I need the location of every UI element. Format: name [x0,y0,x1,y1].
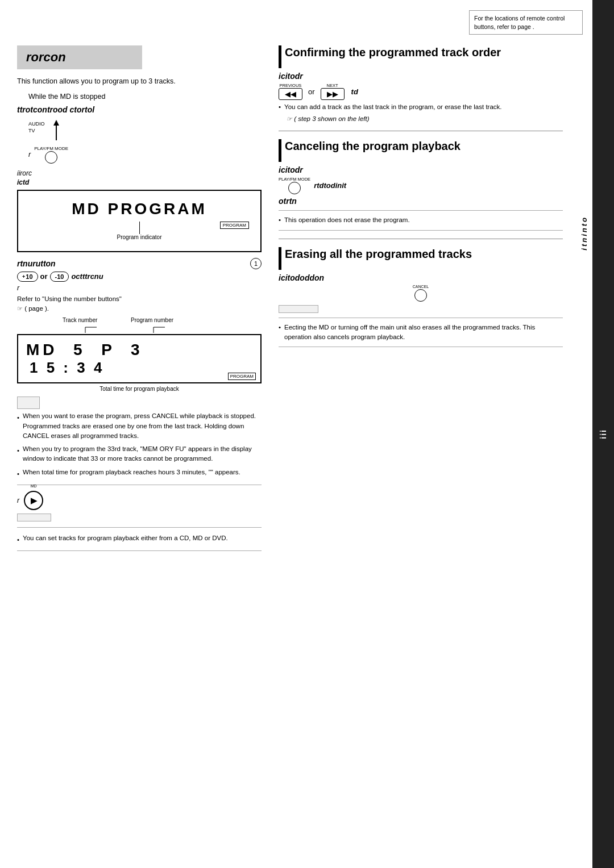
confirm-section-header: Confirming the programmed track order [279,45,563,68]
md-row2: 1 5 : 3 4 [26,359,252,377]
erase-note-box: • Eecting the MD or turning off the main… [279,318,563,348]
up-arrow-icon [51,119,62,141]
step-r-label: r [28,151,31,158]
bullet-dot-3: • [17,469,19,479]
confirm-step-heading: icitodr [279,72,563,81]
previous-label: PREVIOUS [280,83,302,88]
previous-btn-group: PREVIOUS ◀◀ [279,83,302,100]
left-column: rorcon This function allows you to progr… [17,45,262,557]
next-button[interactable]: ▶▶ [321,88,345,100]
indicator-line [139,222,140,234]
cancel-playfm-label: PLAY/FM MODE [279,177,310,182]
previous-button[interactable]: ◀◀ [279,88,302,100]
btn-10[interactable]: +10 [17,272,38,282]
step3-r: r [17,496,19,504]
while-md-text: While the MD is stopped [28,93,262,101]
iirorc-label: iirorc [17,169,262,177]
right-margin-label: itninto [580,216,588,251]
program-tag-top: PROGRAM [220,222,249,229]
step2-r: r [17,284,262,292]
iirorc-area: iirorc ictd [17,169,262,186]
rtdtodinit-label: rtdtodinit [314,181,346,190]
bullet-dot-cd: • [17,535,19,545]
td-label: td [351,87,358,96]
octttrcnu-label: octttrcnu [71,272,103,281]
step-icon: ☞ [287,115,292,122]
tv-label: TV [28,128,45,133]
erase-section-header: Erasing all the programmed tracks [279,247,563,270]
step2-area: rtnurutton 1 +10 or -10 octttrcnu r Refe… [17,258,262,314]
cancel-btn-placeholder [17,397,40,409]
bullet-dot-2: • [17,446,19,456]
cancel-playfm-button[interactable] [288,182,301,194]
cancel-section-header: Canceling the program playback [279,139,563,162]
erase-cancel-button[interactable] [414,289,427,302]
right-tab: iii [592,0,614,868]
section-divider-right-2 [279,239,563,239]
md-label: MD [31,484,37,488]
confirm-bullet-dot1: • [279,102,281,112]
top-note-text: For the locations of remote control butt… [474,15,565,30]
cancel-note-box: • This operation does not erase the prog… [279,210,563,230]
next-label: NEXT [327,83,338,88]
bullet-item-2: • When you try to program the 33rd track… [17,444,262,464]
cancel-section-title: Canceling the program playback [285,139,460,153]
program-indicator-area: PROGRAM Program indicator [24,222,255,242]
bullet-dot-1: • [17,413,19,423]
erase-note-item: • Eecting the MD or turning off the main… [279,323,563,343]
md-program-display: MD PROGRAM PROGRAM Program indicator [17,190,262,252]
erase-section-title: Erasing all the programmed tracks [285,247,472,261]
right-column: Confirming the programmed track order ic… [279,45,563,352]
md-play-button[interactable]: ▶ [24,491,43,510]
intro-text: This function allows you to program up t… [17,76,262,87]
program-tag-small: PROGRAM [228,373,256,380]
audio-label: AUDIO [28,121,45,127]
cancel-area [17,397,262,409]
track-prog-labels: Track number Program number [17,317,262,334]
playfm-mode-area: r PLAY/FM MODE [28,146,262,164]
confirm-section-title: Confirming the programmed track order [285,45,501,59]
cancel-note-dot: • [279,215,281,225]
confirm-bullet1: • You can add a track as the last track … [279,102,563,112]
md-playback-row: r MD ▶ [17,491,262,510]
playfm-label: PLAY/FM MODE [34,146,68,151]
section-divider-1 [17,485,262,485]
refer-icon: ☞ [17,305,23,312]
erase-step-heading: icitododdon [279,273,563,282]
total-time-label: Total time for program playback [17,386,262,392]
erase-placeholder-rect [279,305,318,313]
playfm-button[interactable] [45,151,57,164]
cancel-section-bar [279,139,281,162]
audio-tv-labels: AUDIO TV [28,121,45,133]
section-divider-3 [17,550,262,551]
cancel-playfm-row: PLAY/FM MODE rtdtodinit [279,177,563,194]
bullet-section: • When you want to erase the program, pr… [17,411,262,479]
erase-section-bar [279,247,281,270]
ictd-label: ictd [17,178,262,186]
playfm-btn-group: PLAY/FM MODE [34,146,68,164]
confirm-section-bar [279,45,281,68]
page-title: rorcon [17,45,142,69]
cancel-playfm-btn-group: PLAY/FM MODE [279,177,310,194]
step2-heading: rtnurutton 1 [17,258,262,269]
or-text: or [40,272,48,281]
section-divider-right-1 [279,131,563,131]
top-note-box: For the locations of remote control butt… [469,10,583,35]
tab-label: iii [599,429,608,439]
cd-dvd-note: • You can set tracks for program playbac… [17,533,262,545]
cancel-text-tiny: CANCEL [413,285,429,289]
button-row: +10 or -10 octttrcnu [17,272,262,282]
md-small-display: MD 5 P 3 1 5 : 3 4 PROGRAM [17,334,262,383]
audio-tv-diagram: AUDIO TV [28,119,262,141]
step2-number: 1 [250,258,262,269]
erase-cancel-btn-area: CANCEL [279,285,563,302]
bullet-item-3: • When total time for program playback r… [17,468,262,479]
cancel-step-heading: icitodr [279,165,563,174]
prev-next-row: PREVIOUS ◀◀ or NEXT ▶▶ td [279,83,563,100]
next-btn-group: NEXT ▶▶ [321,83,345,100]
or-text-right: or [308,87,315,96]
erase-note-dot: • [279,323,281,332]
svg-marker-1 [53,120,59,126]
btn-minus10[interactable]: -10 [50,272,69,282]
program-indicator-label: Program indicator [117,234,162,240]
